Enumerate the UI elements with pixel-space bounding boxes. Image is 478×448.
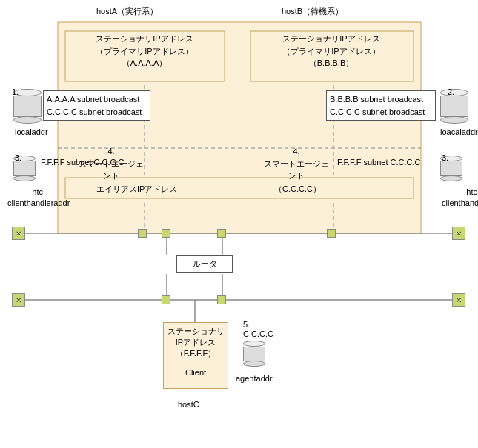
alias-value: （C.C.C.C） [274, 184, 321, 195]
net-sq-4 [327, 229, 336, 238]
router-box: ルータ [176, 255, 233, 273]
localaddr-label: localaddr [15, 127, 48, 136]
hostb-ip: ステーショナリIPアドレス（プライマリIPアドレス）（B.B.B.B） [252, 33, 411, 70]
node3-left-num: 3. [15, 153, 21, 162]
num5-label: 5. [243, 320, 250, 329]
net-x-right-bottom: ✕ [452, 293, 465, 307]
client-line4: Client [167, 368, 225, 377]
node3-right-num: 3. [442, 153, 448, 162]
net-x-left-bottom: ✕ [12, 293, 25, 307]
hosta-ip: ステーショナリIPアドレス（プライマリIPアドレス）（A.A.A.A） [67, 33, 222, 70]
net-sq-5 [162, 295, 170, 304]
hostb-label: hostB（待機系） [282, 6, 343, 17]
client-line2: IPアドレス [167, 337, 225, 348]
agent-right: 4.スマートエージェント [263, 145, 330, 182]
loacaladdr-label: loacaladdr [440, 127, 478, 136]
net-x-right-top: ✕ [452, 227, 465, 240]
cylinder-5 [243, 341, 265, 367]
node1-text: A.A.A.A subnet broadcastC.C.C.C subnet b… [47, 95, 142, 116]
agent-ip-label: C.C.C.C [243, 330, 273, 338]
node1-box: A.A.A.A subnet broadcastC.C.C.C subnet b… [43, 90, 150, 121]
net-sq-3 [217, 229, 226, 238]
client-line1: ステーショナリ [167, 326, 225, 337]
hostc-label: hostC [178, 400, 199, 409]
node2-num: 2. [448, 87, 454, 96]
node2-text: B.B.B.B subnet broadcastC.C.C.C subnet b… [330, 95, 425, 116]
htc-left: htc.clienthandleraddr [7, 187, 70, 210]
ffff-left: F.F.F.F subnet C.C.C.C [41, 158, 124, 167]
diagram: hostA（実行系） hostB（待機系） ステーショナリIPアドレス（プライマ… [0, 0, 478, 448]
net-x-left-top: ✕ [12, 227, 25, 240]
node1-num: 1. [12, 87, 19, 96]
router-label: ルータ [193, 259, 217, 268]
client-line3: （F.F.F.F） [167, 348, 225, 359]
htc-right: htc.clienthandleraddr [442, 187, 478, 210]
hosta-label: hostA（実行系） [96, 6, 158, 17]
client-box: ステーショナリ IPアドレス （F.F.F.F） Client [163, 322, 228, 389]
net-sq-1 [138, 229, 147, 238]
alias-label: エイリアスIPアドレス [96, 184, 177, 195]
agentaddr-label: agentaddr [236, 374, 273, 383]
node2-box: B.B.B.B subnet broadcastC.C.C.C subnet b… [326, 90, 436, 121]
net-sq-2 [162, 229, 170, 238]
net-sq-6 [217, 295, 226, 304]
ffff-right: F.F.F.F subnet C.C.C.C [337, 158, 420, 167]
